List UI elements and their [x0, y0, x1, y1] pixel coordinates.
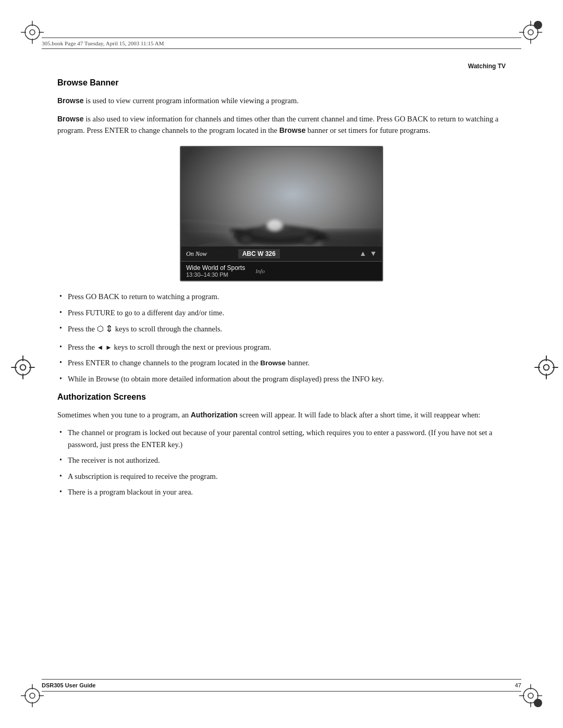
auth-para1-text: Sometimes when you tune to a program, an [57, 411, 191, 419]
auth-bullets: The channel or program is locked out bec… [57, 427, 506, 498]
nav-arrow-down: ▼ [370, 250, 377, 258]
browse-bold-bullet: Browse [260, 359, 286, 367]
on-now-badge: On Now [186, 250, 207, 258]
browse-banner-heading: Browse Banner [57, 78, 506, 88]
browse-para1-text: is used to view current program informat… [85, 96, 299, 105]
browse-para1: Browse is used to view current program i… [57, 95, 506, 107]
reg-mark-top-right [518, 20, 543, 45]
footer-bar: DSR305 User Guide 47 [42, 679, 521, 692]
program-info: Wide World of Sports 13:30–14:30 PM [186, 264, 245, 278]
bullet-6: While in Browse (to obtain more detailed… [57, 373, 506, 385]
bullet-1: Press GO BACK to return to watching a pr… [57, 291, 506, 302]
svg-point-27 [20, 364, 26, 370]
browse-bold-1: Browse [57, 96, 84, 105]
reg-mark-right [534, 355, 553, 374]
bullet-5: Press ENTER to change channels to the pr… [57, 357, 506, 369]
section-title: Watching TV [468, 63, 506, 70]
auth-bullet-4: There is a program blackout in your area… [57, 486, 506, 498]
nav-arrows: ▲ ▼ [359, 250, 377, 258]
svg-point-52 [241, 237, 251, 243]
bullet-2: Press FUTURE to go to a different day an… [57, 307, 506, 318]
browse-para2: Browse is also used to view information … [57, 113, 506, 137]
svg-point-20 [528, 693, 533, 698]
browse-bold-2: Browse [57, 115, 84, 123]
program-title: Wide World of Sports [186, 264, 245, 272]
svg-point-0 [25, 25, 40, 40]
bullet-4: Press the ◄ ► keys to scroll through the… [57, 341, 506, 353]
footer-product: DSR305 User Guide [42, 682, 95, 688]
info-badge: Info [255, 268, 265, 274]
svg-point-1 [30, 30, 35, 35]
svg-point-13 [25, 688, 40, 703]
content-area: Browse Banner Browse is used to view cur… [57, 78, 506, 676]
auth-bullet-3: A subscription is required to receive th… [57, 471, 506, 482]
svg-point-26 [15, 360, 30, 375]
auth-screens-heading: Authorization Screens [57, 392, 506, 402]
reg-mark-bottom-right [518, 683, 543, 708]
right-arrow-icon: ► [105, 342, 112, 353]
footer-page-number: 47 [515, 682, 521, 688]
nav-arrow-up: ▲ [359, 250, 366, 258]
reg-mark-left [10, 355, 29, 374]
svg-point-12 [534, 21, 542, 29]
svg-point-33 [544, 364, 549, 370]
svg-point-55 [271, 224, 281, 229]
updown-arrow-icon: ⬡ [97, 323, 104, 335]
channel-info: ABC W 326 [238, 249, 280, 258]
reg-mark-bottom-left [20, 683, 45, 708]
tv-screen: On Now ABC W 326 ▲ ▼ Wide World of Sport… [180, 146, 383, 281]
updown-icon: ⇕ [105, 324, 113, 334]
browse-para2-end: banner or set timers for future programs… [308, 126, 431, 134]
browse-bold-3: Browse [279, 126, 306, 134]
banner-top-row: On Now ABC W 326 ▲ ▼ [181, 246, 382, 262]
svg-point-7 [528, 30, 533, 35]
auth-para1: Sometimes when you tune to a program, an… [57, 409, 506, 421]
auth-bullet-1: The channel or program is locked out bec… [57, 427, 506, 450]
header-bar: 305.book Page 47 Tuesday, April 15, 2003… [42, 38, 521, 49]
program-time: 13:30–14:30 PM [186, 272, 245, 278]
authorization-bold: Authorization [191, 411, 238, 419]
reg-mark-top-left [20, 20, 45, 45]
banner-bottom-row: Wide World of Sports 13:30–14:30 PM Info [181, 262, 382, 280]
auth-para1-cont: screen will appear. It will fade to blac… [240, 411, 481, 419]
svg-point-32 [538, 360, 554, 375]
bullet-3: Press the ⬡ ⇕ keys to scroll through the… [57, 323, 506, 337]
file-info: 305.book Page 47 Tuesday, April 15, 2003… [42, 40, 521, 46]
auth-bullet-2: The receiver is not authorized. [57, 454, 506, 466]
svg-point-14 [30, 693, 35, 698]
browse-para2-text: is also used to view information for cha… [57, 115, 498, 135]
browse-bullets: Press GO BACK to return to watching a pr… [57, 291, 506, 385]
svg-point-25 [534, 699, 542, 707]
svg-point-53 [303, 237, 314, 243]
tv-image-container: On Now ABC W 326 ▲ ▼ Wide World of Sport… [180, 146, 383, 281]
left-arrow-icon: ◄ [97, 342, 104, 353]
svg-rect-49 [230, 229, 243, 232]
tv-banner: On Now ABC W 326 ▲ ▼ Wide World of Sport… [181, 246, 382, 280]
page: 305.book Page 47 Tuesday, April 15, 2003… [0, 0, 563, 728]
